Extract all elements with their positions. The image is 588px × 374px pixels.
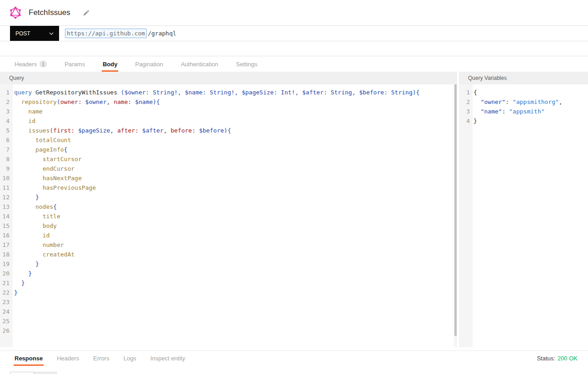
query-panel: Query 1234567891011121314151617181920212…	[0, 72, 457, 347]
response-toolbar: ResponseHeadersErrorsLogsInspect entity …	[0, 351, 588, 366]
code-line[interactable]: createdAt	[13, 250, 457, 259]
code-line[interactable]: hasNextPage	[13, 173, 457, 183]
status-label: Status:	[537, 355, 555, 362]
query-panel-header: Query	[0, 72, 457, 84]
line-number: 26	[0, 326, 10, 335]
format-toggle-option-1[interactable]	[10, 372, 34, 374]
tab-headers[interactable]: Headers	[56, 351, 80, 366]
code-line[interactable]	[13, 297, 457, 307]
line-number: 16	[0, 231, 10, 240]
tab-count-badge: 1	[40, 60, 47, 68]
tab-label: Errors	[93, 355, 109, 362]
code-line[interactable]: issues(first: $pageSize, after: $after, …	[13, 126, 457, 135]
query-scrollbar[interactable]	[454, 84, 457, 347]
tab-label: Logs	[124, 355, 136, 362]
tab-logs[interactable]: Logs	[123, 351, 137, 366]
query-panel-title: Query	[9, 75, 24, 81]
line-number: 18	[0, 250, 10, 259]
code-line[interactable]: }	[13, 192, 457, 202]
tab-label: Headers	[15, 61, 37, 68]
query-code-lines[interactable]: query GetRepositoryWithIssues ($owner: S…	[13, 84, 457, 347]
format-toggle-option-2[interactable]	[34, 372, 57, 374]
line-number: 13	[0, 202, 10, 212]
tab-label: Params	[65, 61, 85, 68]
variables-panel: Query Variables 1234 { "owner": "appsmit…	[459, 72, 588, 347]
code-line[interactable]: body	[13, 221, 457, 231]
code-line[interactable]: startCursor	[13, 154, 457, 164]
tab-label: Body	[103, 61, 118, 68]
code-line[interactable]: }	[13, 259, 457, 269]
line-number: 3	[459, 107, 470, 116]
code-line[interactable]: hasPreviousPage	[13, 183, 457, 192]
tab-settings[interactable]: Settings	[235, 56, 258, 72]
line-number: 6	[0, 135, 10, 145]
tab-label: Response	[15, 355, 43, 362]
code-line[interactable]: {	[473, 88, 588, 97]
line-number: 1	[459, 88, 470, 97]
tab-errors[interactable]: Errors	[92, 351, 110, 366]
line-number: 14	[0, 212, 10, 221]
tab-headers[interactable]: Headers1	[14, 56, 48, 72]
code-line[interactable]: }	[13, 288, 457, 297]
url-input[interactable]: https://api.github.com /graphql	[65, 26, 176, 41]
line-number: 4	[459, 116, 470, 126]
edit-name-button[interactable]	[83, 9, 90, 16]
variables-panel-header: Query Variables	[459, 72, 588, 84]
code-line[interactable]: name	[13, 107, 457, 116]
code-line[interactable]: repository(owner: $owner, name: $name){	[13, 97, 457, 107]
tab-label: Authentication	[181, 61, 218, 68]
code-line[interactable]: "name": "appsmith"	[473, 107, 588, 116]
code-line[interactable]	[13, 307, 457, 316]
line-number: 20	[0, 269, 10, 278]
line-number: 2	[0, 97, 10, 107]
code-line[interactable]: }	[13, 269, 457, 278]
variables-code-lines[interactable]: { "owner": "appsmithorg", "name": "appsm…	[473, 84, 588, 347]
code-line[interactable]: pageInfo{	[13, 145, 457, 154]
code-line[interactable]: number	[13, 240, 457, 250]
request-url-bar: POST https://api.github.com /graphql	[0, 26, 588, 41]
request-tabs: Headers1ParamsBodyPaginationAuthenticati…	[0, 56, 588, 72]
line-number: 9	[0, 164, 10, 173]
line-number: 8	[0, 154, 10, 164]
code-line[interactable]	[13, 326, 457, 335]
query-line-gutter: 1234567891011121314151617181920212223242…	[0, 84, 13, 347]
variables-code-editor[interactable]: 1234 { "owner": "appsmithorg", "name": "…	[459, 84, 588, 347]
status-value: 200 OK	[558, 355, 578, 362]
code-line[interactable]: "owner": "appsmithorg",	[473, 97, 588, 107]
code-line[interactable]: query GetRepositoryWithIssues ($owner: S…	[13, 88, 457, 97]
code-line[interactable]: title	[13, 212, 457, 221]
method-dropdown[interactable]: POST	[10, 26, 59, 41]
code-line[interactable]: }	[473, 116, 588, 126]
line-number: 25	[0, 316, 10, 326]
code-line[interactable]: nodes{	[13, 202, 457, 212]
line-number: 17	[0, 240, 10, 250]
graphql-logo-icon	[9, 6, 22, 19]
variables-panel-title: Query Variables	[468, 75, 507, 81]
tab-params[interactable]: Params	[64, 56, 86, 72]
code-line[interactable]: }	[13, 278, 457, 288]
tab-label: Settings	[236, 61, 257, 68]
code-line[interactable]	[13, 316, 457, 326]
line-number: 24	[0, 307, 10, 316]
response-tabs: ResponseHeadersErrorsLogsInspect entity	[0, 351, 186, 366]
code-line[interactable]: totalCount	[13, 135, 457, 145]
code-line[interactable]: id	[13, 231, 457, 240]
tab-authentication[interactable]: Authentication	[180, 56, 219, 72]
url-path-segment[interactable]: /graphql	[148, 30, 176, 37]
status-indicator: Status: 200 OK	[537, 351, 578, 366]
line-number: 21	[0, 278, 10, 288]
line-number: 2	[459, 97, 470, 107]
url-datasource-segment[interactable]: https://api.github.com	[65, 29, 147, 38]
scrollbar-thumb[interactable]	[454, 84, 457, 336]
code-line[interactable]: id	[13, 116, 457, 126]
query-code-editor[interactable]: 1234567891011121314151617181920212223242…	[0, 84, 457, 347]
pencil-icon	[83, 9, 90, 16]
tab-pagination[interactable]: Pagination	[134, 56, 164, 72]
tab-response[interactable]: Response	[14, 351, 44, 366]
code-line[interactable]: endCursor	[13, 164, 457, 173]
line-number: 3	[0, 107, 10, 116]
line-number: 15	[0, 221, 10, 231]
tab-body[interactable]: Body	[102, 56, 119, 72]
tab-inspect-entity[interactable]: Inspect entity	[149, 351, 186, 366]
url-row-spacer	[0, 41, 588, 56]
